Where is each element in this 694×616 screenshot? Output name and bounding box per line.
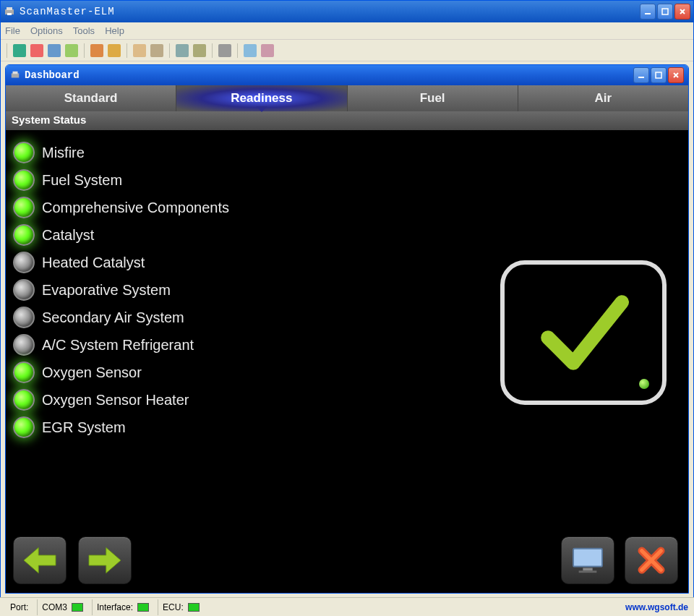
status-label: Evaporative System bbox=[42, 282, 171, 299]
toolbar bbox=[1, 40, 693, 61]
statusbar-port-label: Port: bbox=[10, 602, 28, 612]
status-label: Oxygen Sensor Heater bbox=[42, 392, 189, 408]
svg-rect-10 bbox=[583, 568, 592, 570]
menu-tools[interactable]: Tools bbox=[73, 25, 95, 36]
toolbar-icon[interactable] bbox=[13, 44, 26, 57]
status-row: Fuel System bbox=[13, 169, 681, 191]
toolbar-icon[interactable] bbox=[150, 44, 163, 57]
svg-rect-1 bbox=[7, 7, 12, 10]
status-led-green-icon bbox=[13, 416, 35, 438]
statusbar-link[interactable]: www.wgsoft.de bbox=[625, 602, 688, 612]
app-title: ScanMaster-ELM bbox=[20, 6, 640, 17]
tab-air[interactable]: Air bbox=[518, 85, 688, 111]
svg-rect-7 bbox=[638, 77, 644, 78]
app-icon bbox=[4, 6, 15, 17]
status-led-green-icon bbox=[13, 169, 35, 191]
toolbar-icon[interactable] bbox=[261, 44, 274, 57]
status-led-green-icon bbox=[13, 142, 35, 163]
maximize-button[interactable] bbox=[657, 4, 673, 20]
status-led-grey-icon bbox=[13, 334, 35, 356]
status-label: Catalyst bbox=[42, 227, 94, 244]
arrow-left-icon bbox=[20, 544, 59, 576]
status-bar: Port: COM3 Interface: ECU: www.wgsoft.de bbox=[0, 597, 694, 616]
prev-button[interactable] bbox=[13, 536, 67, 584]
minimize-button[interactable] bbox=[640, 4, 656, 20]
menu-file[interactable]: File bbox=[5, 25, 20, 36]
ecu-status-indicator bbox=[188, 603, 200, 612]
tab-standard[interactable]: Standard bbox=[6, 85, 176, 111]
svg-rect-6 bbox=[13, 72, 18, 74]
inner-close-button[interactable] bbox=[668, 67, 684, 83]
status-label: Secondary Air System bbox=[42, 309, 184, 326]
status-led-green-icon bbox=[13, 224, 35, 246]
status-row: Comprehensive Components bbox=[13, 197, 681, 218]
status-row: Misfire bbox=[13, 142, 681, 163]
toolbar-icon[interactable] bbox=[244, 44, 257, 57]
status-led-green-icon bbox=[13, 197, 35, 218]
cancel-button[interactable] bbox=[625, 536, 678, 584]
status-dot-icon bbox=[639, 379, 649, 389]
toolbar-icon[interactable] bbox=[48, 44, 61, 57]
toolbar-icon[interactable] bbox=[218, 44, 231, 57]
status-label: Oxygen Sensor bbox=[42, 364, 142, 381]
inner-minimize-button[interactable] bbox=[633, 67, 649, 83]
toolbar-icon[interactable] bbox=[108, 44, 121, 57]
display-button[interactable] bbox=[561, 536, 614, 584]
status-led-grey-icon bbox=[13, 252, 35, 273]
statusbar-port-value: COM3 bbox=[42, 602, 67, 612]
readiness-ok-panel bbox=[500, 260, 667, 405]
status-row: EGR System bbox=[13, 416, 681, 438]
tab-readiness[interactable]: Readiness bbox=[176, 85, 347, 111]
monitor-icon bbox=[570, 546, 605, 575]
inner-maximize-button[interactable] bbox=[651, 67, 667, 83]
inner-title: Dashboard bbox=[25, 69, 633, 81]
svg-rect-11 bbox=[579, 570, 597, 573]
status-led-green-icon bbox=[13, 362, 35, 383]
svg-rect-5 bbox=[12, 73, 20, 77]
status-led-green-icon bbox=[13, 389, 35, 411]
status-label: Misfire bbox=[42, 145, 85, 161]
arrow-right-icon bbox=[85, 544, 124, 576]
svg-rect-8 bbox=[656, 72, 661, 78]
toolbar-icon[interactable] bbox=[65, 44, 78, 57]
toolbar-icon[interactable] bbox=[193, 44, 206, 57]
status-row: Catalyst bbox=[13, 224, 681, 246]
svg-rect-9 bbox=[573, 549, 602, 567]
section-header: System Status bbox=[6, 111, 688, 130]
menu-help[interactable]: Help bbox=[105, 25, 124, 36]
statusbar-interface-label: Interface: bbox=[97, 602, 133, 612]
toolbar-icon[interactable] bbox=[90, 44, 103, 57]
status-led-grey-icon bbox=[13, 279, 35, 301]
status-label: Heated Catalyst bbox=[42, 254, 145, 271]
menubar: File Options Tools Help bbox=[1, 22, 693, 40]
status-label: EGR System bbox=[42, 419, 126, 436]
svg-rect-4 bbox=[662, 9, 668, 14]
svg-rect-2 bbox=[7, 13, 12, 15]
port-status-indicator bbox=[72, 603, 83, 612]
status-label: A/C System Refrigerant bbox=[42, 337, 194, 354]
statusbar-ecu-label: ECU: bbox=[163, 602, 184, 612]
menu-options[interactable]: Options bbox=[30, 25, 63, 36]
interface-status-indicator bbox=[137, 603, 149, 612]
tab-fuel[interactable]: Fuel bbox=[348, 85, 518, 111]
toolbar-icon[interactable] bbox=[176, 44, 189, 57]
toolbar-icon[interactable] bbox=[133, 44, 146, 57]
app-icon bbox=[10, 70, 20, 80]
next-button[interactable] bbox=[78, 536, 132, 584]
checkmark-icon bbox=[533, 282, 634, 383]
close-button[interactable] bbox=[674, 4, 690, 20]
status-label: Fuel System bbox=[42, 172, 122, 189]
inner-titlebar: Dashboard bbox=[6, 65, 688, 85]
close-icon bbox=[635, 544, 667, 576]
outer-titlebar: ScanMaster-ELM bbox=[1, 1, 693, 22]
readiness-content: MisfireFuel SystemComprehensive Componen… bbox=[6, 130, 688, 593]
toolbar-icon[interactable] bbox=[30, 44, 43, 57]
status-led-grey-icon bbox=[13, 307, 35, 328]
status-label: Comprehensive Components bbox=[42, 200, 229, 216]
svg-rect-3 bbox=[645, 13, 651, 14]
tab-bar: Standard Readiness Fuel Air bbox=[6, 85, 688, 111]
